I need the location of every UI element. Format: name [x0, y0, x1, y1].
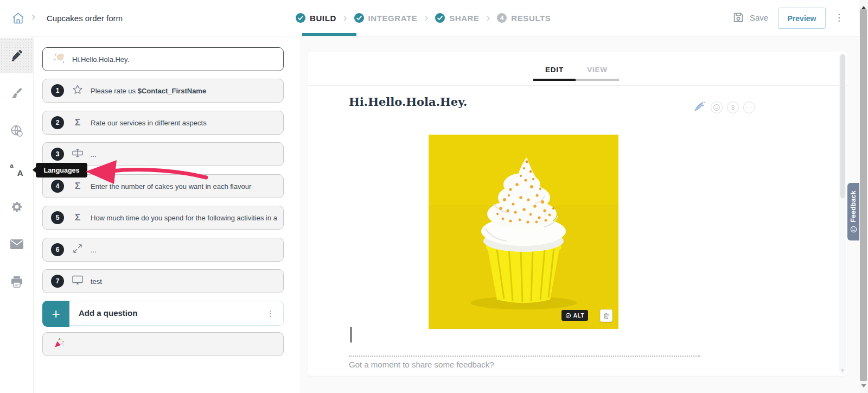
- step-build-label: BUILD: [310, 14, 336, 23]
- tab-view-underline: [576, 79, 619, 81]
- question-number-badge: 3: [51, 148, 64, 161]
- question-label: ...: [91, 246, 277, 254]
- check-circle-icon: [565, 313, 571, 319]
- monitor-icon: [71, 274, 84, 289]
- translate-icon: a A: [10, 163, 23, 176]
- party-popper-icon: [53, 337, 66, 351]
- question-card-2[interactable]: 2 Σ Rate our services in different aspec…: [42, 111, 284, 135]
- sigma-icon: Σ: [71, 212, 84, 223]
- build-stepper: BUILD › INTEGRATE › SHARE › 4 RESULTS: [296, 0, 551, 36]
- tab-edit[interactable]: EDIT: [533, 60, 576, 79]
- question-label: Rate our services in different aspects: [91, 119, 277, 127]
- question-card-7[interactable]: 7 test: [42, 269, 284, 293]
- rail-item-globe[interactable]: [0, 113, 33, 148]
- question-label: Please rate us $Contact_FirstName: [91, 87, 277, 95]
- rail-item-settings[interactable]: [0, 189, 33, 224]
- canvas-divider: [308, 85, 847, 86]
- save-button[interactable]: Save: [732, 11, 768, 24]
- step-share[interactable]: SHARE: [435, 13, 480, 23]
- rail-item-email[interactable]: [0, 227, 33, 262]
- textbox-icon: [71, 147, 84, 162]
- languages-tooltip: Languages: [36, 163, 87, 178]
- feedback-tab-label: Feedback: [850, 191, 857, 223]
- page-scrollbar[interactable]: [859, 0, 868, 393]
- emoji-icon[interactable]: [711, 102, 723, 113]
- rail-item-design[interactable]: [0, 76, 33, 111]
- alt-badge[interactable]: ALT: [561, 310, 588, 321]
- currency-icon[interactable]: $: [727, 102, 739, 113]
- question-card-4[interactable]: 4 Σ Enter the number of cakes you want i…: [42, 174, 284, 198]
- cupcake-image[interactable]: ALT: [429, 135, 618, 329]
- plus-icon: +: [42, 301, 69, 327]
- welcome-card[interactable]: Hi.Hello.Hola.Hey.: [42, 47, 284, 71]
- add-question-kebab-menu[interactable]: ⋮: [266, 309, 275, 319]
- feedback-question-text[interactable]: Got a moment to share some feedback?: [349, 360, 494, 369]
- scroll-down-arrow-icon[interactable]: [861, 384, 866, 390]
- step-chevron-icon: ›: [424, 11, 428, 24]
- question-label: How much time do you spend for the follo…: [91, 214, 277, 222]
- active-step-underline: [302, 33, 356, 36]
- check-circle-icon: [354, 13, 364, 23]
- envelope-icon: [10, 239, 23, 249]
- question-heading[interactable]: Hi.Hello.Hola.Hey.: [349, 95, 467, 109]
- breadcrumb-chevron-icon: ›: [31, 10, 35, 24]
- ai-wing-icon[interactable]: [693, 99, 706, 115]
- floppy-save-icon: [732, 11, 745, 24]
- rail-item-edit[interactable]: [0, 38, 33, 73]
- printer-icon: [10, 275, 23, 288]
- smiley-icon: [850, 226, 857, 233]
- question-card-5[interactable]: 5 Σ How much time do you spend for the f…: [42, 206, 284, 230]
- sigma-icon: Σ: [71, 181, 84, 192]
- top-header: › Cupcakes order form BUILD › INTEGRATE …: [0, 0, 868, 36]
- gear-icon: [10, 200, 23, 213]
- question-number-badge: 7: [51, 275, 64, 288]
- preview-button[interactable]: Preview: [778, 8, 826, 29]
- thankyou-card[interactable]: [42, 332, 284, 356]
- tab-view[interactable]: VIEW: [576, 60, 619, 79]
- add-question-label: Add a question: [79, 308, 137, 318]
- welcome-card-label: Hi.Hello.Hola.Hey.: [72, 55, 277, 64]
- rail-item-print[interactable]: [0, 264, 33, 299]
- waving-hand-icon: [53, 52, 66, 66]
- canvas-scroll-down-icon[interactable]: ▾: [839, 367, 846, 373]
- canvas-scrollbar[interactable]: ▾: [839, 53, 846, 374]
- paintbrush-icon: [10, 87, 23, 100]
- sigma-icon: Σ: [71, 117, 84, 128]
- app-root: › Cupcakes order form BUILD › INTEGRATE …: [0, 0, 868, 393]
- question-number-badge: 1: [51, 84, 64, 97]
- more-options-icon[interactable]: ···: [743, 102, 755, 113]
- star-icon: [71, 84, 84, 98]
- step-build[interactable]: BUILD: [296, 13, 336, 23]
- question-label: ...: [91, 150, 277, 159]
- step-results[interactable]: 4 RESULTS: [497, 13, 551, 23]
- question-list-panel: Hi.Hello.Hola.Hey. 1 Please rate us $Con…: [34, 36, 300, 393]
- question-label: Enter the number of cakes you want in ea…: [91, 182, 277, 191]
- step-results-label: RESULTS: [511, 14, 551, 23]
- step-share-label: SHARE: [449, 14, 480, 23]
- step-integrate-label: INTEGRATE: [368, 14, 418, 23]
- globe-icon: [10, 124, 24, 138]
- check-circle-icon: [296, 13, 305, 23]
- editor-canvas: EDIT VIEW Hi.Hello.Hola.Hey. $ ···: [308, 52, 847, 376]
- arrows-icon: [71, 242, 84, 257]
- step-chevron-icon: ›: [343, 11, 347, 24]
- save-label: Save: [750, 13, 768, 22]
- trash-icon: [603, 312, 610, 320]
- rail-item-languages[interactable]: a A: [0, 153, 33, 187]
- dotted-divider: [349, 356, 700, 357]
- header-kebab-menu[interactable]: ⋮: [834, 12, 844, 24]
- question-label: test: [91, 277, 277, 286]
- question-number-badge: 5: [51, 211, 64, 224]
- question-card-6[interactable]: 6 ...: [42, 238, 284, 262]
- step-integrate[interactable]: INTEGRATE: [354, 13, 418, 23]
- question-card-1[interactable]: 1 Please rate us $Contact_FirstName: [42, 79, 284, 103]
- page-scrollbar-thumb[interactable]: [860, 9, 867, 381]
- delete-image-button[interactable]: [600, 309, 612, 322]
- step-chevron-icon: ›: [487, 11, 490, 24]
- add-question-button[interactable]: + Add a question ⋮: [42, 301, 284, 326]
- canvas-scrollbar-thumb[interactable]: [840, 54, 845, 198]
- home-icon[interactable]: [11, 11, 26, 26]
- text-cursor: [350, 327, 352, 343]
- pencil-icon: [10, 49, 23, 62]
- feedback-side-tab[interactable]: Feedback: [847, 183, 859, 240]
